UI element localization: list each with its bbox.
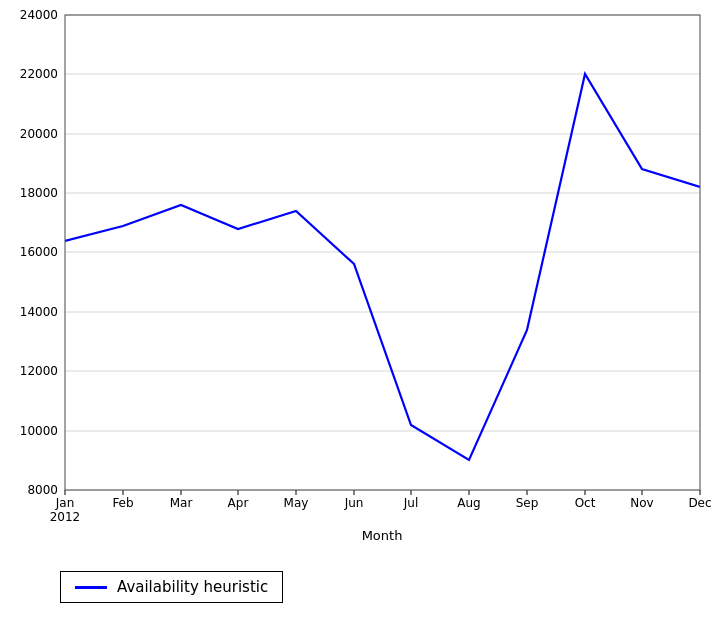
y-tick-22000: 22000: [20, 67, 58, 81]
chart-svg: 8000 10000 12000 14000 16000 18000 20000…: [0, 0, 714, 621]
x-tick-nov: Nov: [630, 496, 653, 510]
x-tick-jun: Jun: [344, 496, 364, 510]
legend-box: Availability heuristic: [60, 571, 283, 603]
chart-container: 8000 10000 12000 14000 16000 18000 20000…: [0, 0, 714, 621]
x-tick-mar: Mar: [170, 496, 193, 510]
y-tick-20000: 20000: [20, 127, 58, 141]
x-tick-feb: Feb: [112, 496, 133, 510]
x-tick-2012: 2012: [50, 510, 81, 524]
x-tick-aug: Aug: [457, 496, 480, 510]
x-tick-apr: Apr: [228, 496, 249, 510]
x-tick-jul: Jul: [403, 496, 418, 510]
x-axis-label: Month: [362, 528, 403, 543]
y-tick-18000: 18000: [20, 186, 58, 200]
y-tick-10000: 10000: [20, 424, 58, 438]
y-tick-16000: 16000: [20, 245, 58, 259]
svg-rect-2: [65, 15, 700, 490]
x-tick-dec: Dec: [688, 496, 711, 510]
y-tick-24000: 24000: [20, 8, 58, 22]
y-tick-14000: 14000: [20, 305, 58, 319]
x-tick-oct: Oct: [575, 496, 596, 510]
x-tick-sep: Sep: [516, 496, 539, 510]
y-tick-12000: 12000: [20, 364, 58, 378]
x-tick-may: May: [284, 496, 309, 510]
legend-label: Availability heuristic: [117, 578, 268, 596]
x-tick-jan: Jan: [55, 496, 75, 510]
y-tick-8000: 8000: [27, 483, 58, 497]
legend-line-icon: [75, 586, 107, 589]
